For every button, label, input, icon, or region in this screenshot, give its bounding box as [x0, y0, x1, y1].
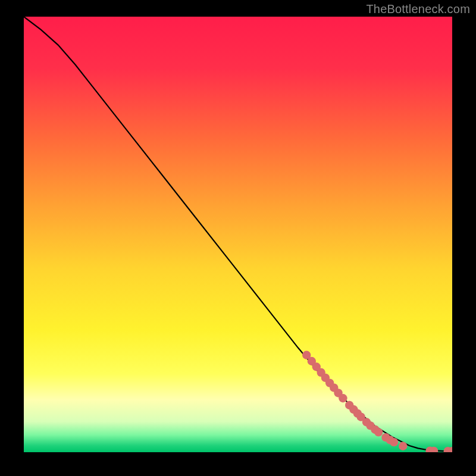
chart-frame: TheBottleneck.com	[0, 0, 476, 476]
plot-svg	[24, 17, 452, 452]
data-point	[399, 442, 407, 450]
gradient-background	[24, 17, 452, 452]
data-point	[374, 428, 383, 436]
watermark-text: TheBottleneck.com	[366, 2, 470, 16]
data-point	[390, 438, 398, 446]
plot-area	[24, 17, 452, 452]
data-point	[339, 394, 347, 402]
